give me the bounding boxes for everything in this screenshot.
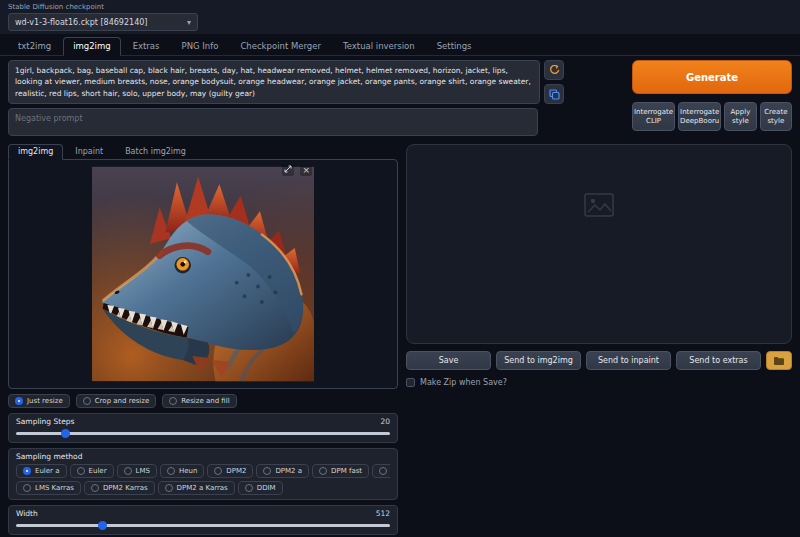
copy-icon bbox=[549, 89, 560, 100]
radio-icon bbox=[169, 397, 177, 405]
chevron-down-icon: ▾ bbox=[187, 18, 191, 27]
radio-icon bbox=[379, 467, 387, 475]
save-button[interactable]: Save bbox=[406, 351, 491, 370]
paste-params-button[interactable] bbox=[544, 60, 564, 80]
sampling-method-box: Sampling method Euler a Euler LMS Heun D… bbox=[8, 448, 398, 500]
radio-icon bbox=[165, 484, 173, 492]
generate-area: Generate Interrogate CLIP Interrogate De… bbox=[632, 60, 792, 136]
radio-label: Euler a bbox=[35, 467, 60, 475]
send-to-inpaint-button[interactable]: Send to inpaint bbox=[586, 351, 671, 370]
radio-resize-and-fill[interactable]: Resize and fill bbox=[162, 394, 236, 408]
prompt-area: 1girl, backpack, bag, baseball cap, blac… bbox=[8, 60, 564, 136]
tab-textual-inversion[interactable]: Textual inversion bbox=[333, 37, 425, 55]
negative-prompt-input[interactable] bbox=[8, 108, 538, 136]
slider-track[interactable] bbox=[16, 524, 390, 527]
send-to-img2img-button[interactable]: Send to img2img bbox=[496, 351, 581, 370]
img2img-mode-tabs: img2img Inpaint Batch img2img bbox=[8, 144, 398, 160]
radio-label: Heun bbox=[179, 467, 197, 475]
width-slider[interactable] bbox=[16, 521, 390, 530]
radio-label: Resize and fill bbox=[181, 397, 229, 405]
radio-lms-karras[interactable]: LMS Karras bbox=[16, 481, 81, 495]
tab-img2img[interactable]: img2img bbox=[63, 37, 120, 56]
radio-label: DPM2 a bbox=[275, 467, 302, 475]
zip-option: Make Zip when Save? bbox=[406, 378, 792, 387]
radio-icon bbox=[77, 467, 85, 475]
checkpoint-label: Stable Diffusion checkpoint bbox=[8, 3, 792, 11]
radio-dpm2-karras[interactable]: DPM2 Karras bbox=[84, 481, 155, 495]
radio-dpm2-a-karras[interactable]: DPM2 a Karras bbox=[158, 481, 235, 495]
slider-handle[interactable] bbox=[98, 521, 107, 530]
prompt-input[interactable]: 1girl, backpack, bag, baseball cap, blac… bbox=[8, 60, 540, 104]
radio-label: LMS bbox=[136, 467, 150, 475]
radio-heun[interactable]: Heun bbox=[160, 464, 204, 478]
make-zip-checkbox[interactable] bbox=[406, 378, 415, 387]
tab-batch-img2img-mode[interactable]: Batch img2img bbox=[115, 144, 196, 160]
radio-ddim[interactable]: DDIM bbox=[238, 481, 283, 495]
expand-image-icon[interactable] bbox=[282, 164, 294, 176]
slider-track[interactable] bbox=[16, 432, 390, 435]
radio-euler-a[interactable]: Euler a bbox=[16, 464, 67, 478]
paste-arrow-icon bbox=[549, 65, 560, 76]
source-image[interactable] bbox=[92, 163, 314, 385]
stable-diffusion-webui: Stable Diffusion checkpoint wd-v1-3-floa… bbox=[0, 0, 800, 537]
tab-txt2img[interactable]: txt2img bbox=[8, 37, 61, 55]
make-zip-label: Make Zip when Save? bbox=[420, 378, 507, 387]
checkpoint-select[interactable]: wd-v1-3-float16.ckpt [84692140] ▾ bbox=[8, 13, 198, 31]
radio-label: Crop and resize bbox=[95, 397, 150, 405]
radio-label: DPM2 a Karras bbox=[177, 484, 228, 492]
radio-icon bbox=[263, 467, 271, 475]
radio-just-resize[interactable]: Just resize bbox=[8, 394, 70, 408]
main-tab-bar: txt2img img2img Extras PNG Info Checkpoi… bbox=[0, 34, 800, 56]
width-box: Width 512 bbox=[8, 505, 398, 535]
radio-dpm-fast[interactable]: DPM fast bbox=[312, 464, 369, 478]
output-column: Save Send to img2img Send to inpaint Sen… bbox=[406, 144, 792, 387]
radio-dpm2[interactable]: DPM2 bbox=[207, 464, 253, 478]
img2img-settings-column: img2img Inpaint Batch img2img bbox=[8, 144, 398, 537]
tab-png-info[interactable]: PNG Info bbox=[172, 37, 229, 55]
radio-dpm-adaptive[interactable]: DPM adaptive bbox=[372, 464, 390, 478]
radio-icon bbox=[15, 397, 23, 405]
tab-settings[interactable]: Settings bbox=[427, 37, 482, 55]
apply-style-button[interactable]: Apply style bbox=[724, 102, 756, 131]
radio-icon bbox=[83, 397, 91, 405]
radio-euler[interactable]: Euler bbox=[70, 464, 114, 478]
tab-img2img-mode[interactable]: img2img bbox=[8, 144, 63, 160]
radio-icon bbox=[91, 484, 99, 492]
radio-crop-and-resize[interactable]: Crop and resize bbox=[76, 394, 157, 408]
slider-handle[interactable] bbox=[61, 429, 70, 438]
radio-label: DPM2 Karras bbox=[103, 484, 148, 492]
interrogate-clip-button[interactable]: Interrogate CLIP bbox=[632, 102, 675, 131]
radio-icon bbox=[245, 484, 253, 492]
radio-dpm2-a[interactable]: DPM2 a bbox=[256, 464, 309, 478]
close-image-icon[interactable]: × bbox=[300, 165, 312, 176]
radio-label: LMS Karras bbox=[35, 484, 74, 492]
checkpoint-bar: Stable Diffusion checkpoint wd-v1-3-floa… bbox=[0, 0, 800, 34]
radio-lms[interactable]: LMS bbox=[117, 464, 157, 478]
sampling-steps-box: Sampling Steps 20 bbox=[8, 413, 398, 443]
resize-mode-group: Just resize Crop and resize Resize and f… bbox=[8, 394, 398, 408]
interrogate-deepbooru-button[interactable]: Interrogate DeepBooru bbox=[678, 102, 721, 131]
expand-arrows-icon bbox=[284, 165, 292, 173]
tab-checkpoint-merger[interactable]: Checkpoint Merger bbox=[230, 37, 331, 55]
image-placeholder-icon bbox=[584, 193, 614, 217]
send-to-extras-button[interactable]: Send to extras bbox=[676, 351, 761, 370]
tab-inpaint-mode[interactable]: Inpaint bbox=[65, 144, 113, 160]
radio-icon bbox=[23, 484, 31, 492]
source-image-panel: × bbox=[8, 159, 398, 389]
sampling-steps-slider[interactable] bbox=[16, 429, 390, 438]
radio-icon bbox=[167, 467, 175, 475]
checkpoint-value: wd-v1-3-float16.ckpt [84692140] bbox=[15, 18, 147, 27]
copy-style-button[interactable] bbox=[544, 84, 564, 104]
radio-icon bbox=[124, 467, 132, 475]
output-gallery bbox=[406, 144, 792, 344]
radio-label: Euler bbox=[89, 467, 107, 475]
create-style-button[interactable]: Create style bbox=[760, 102, 792, 131]
width-label: Width bbox=[16, 509, 38, 518]
open-output-folder-button[interactable] bbox=[766, 351, 792, 370]
generate-button[interactable]: Generate bbox=[632, 60, 792, 94]
sampling-steps-label: Sampling Steps bbox=[16, 417, 74, 426]
sampling-method-row-1: Euler a Euler LMS Heun DPM2 DPM2 a DPM bbox=[16, 464, 390, 478]
tab-extras[interactable]: Extras bbox=[123, 37, 170, 55]
radio-icon bbox=[23, 467, 31, 475]
output-actions: Save Send to img2img Send to inpaint Sen… bbox=[406, 351, 792, 370]
